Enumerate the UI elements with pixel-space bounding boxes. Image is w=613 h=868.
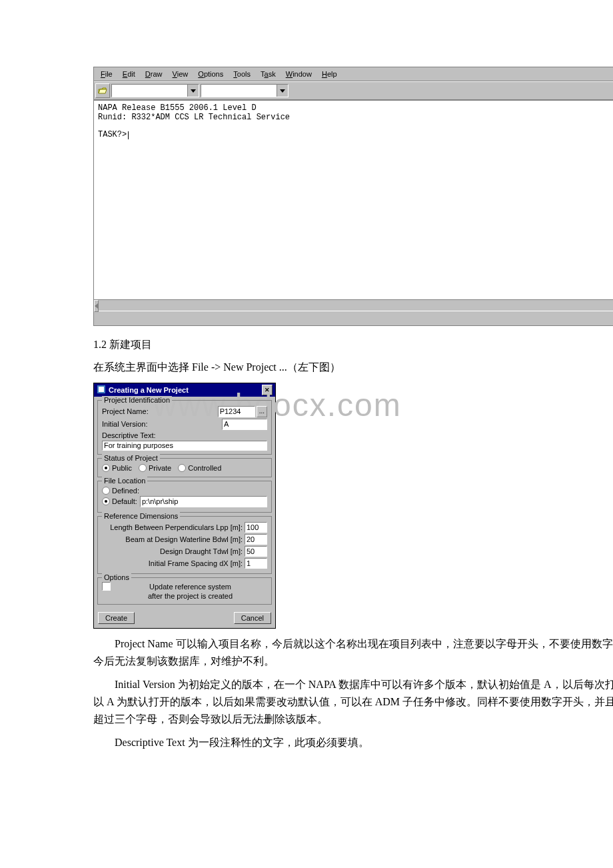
dialog-title: Creating a New Project [109, 386, 189, 394]
menu-window[interactable]: Window [282, 69, 316, 79]
group-options: Options Update reference system after th… [97, 577, 272, 605]
menu-task[interactable]: Task [257, 69, 280, 79]
initial-version-field[interactable] [222, 419, 267, 430]
chevron-down-icon[interactable] [277, 85, 288, 97]
group-title: Reference Dimensions [102, 512, 180, 520]
lpp-label: Length Between Perpendiculars Lpp [m]: [102, 523, 245, 531]
radio-default[interactable]: Default: [102, 497, 137, 505]
close-icon[interactable]: ✕ [262, 385, 273, 395]
browse-button[interactable]: ... [257, 406, 267, 417]
doc-text: Initial Version 为初始定义的版本，在一个 NAPA 数据库中可以… [93, 676, 613, 727]
bdwl-label: Beam at Design Waterline Bdwl [m]: [102, 535, 245, 543]
cancel-button[interactable]: Cancel [234, 612, 271, 624]
statusbar: TASK [94, 311, 613, 325]
group-title: File Location [102, 477, 147, 485]
menu-tools[interactable]: Tools [229, 69, 255, 79]
radio-private[interactable]: Private [139, 464, 171, 472]
initial-version-label: Initial Version: [102, 420, 222, 428]
open-button[interactable] [95, 83, 110, 98]
svg-rect-1 [99, 387, 104, 392]
lpp-field[interactable] [245, 522, 267, 533]
terminal-line: Runid: R332*ADM CCS LR Technical Service [98, 113, 613, 122]
create-button[interactable]: Create [98, 612, 135, 624]
horizontal-scrollbar[interactable] [94, 300, 613, 311]
doc-text: Project Name 可以输入项目名称，今后就以这个名称出现在项目列表中，注… [93, 635, 613, 669]
tdwl-label: Design Draught Tdwl [m]: [102, 547, 245, 555]
menu-edit[interactable]: Edit [119, 69, 139, 79]
group-title: Status of Project [102, 454, 160, 462]
terminal[interactable]: NAPA Release B1555 2006.1 Level D Runid:… [94, 100, 613, 299]
radio-controlled[interactable]: Controlled [178, 464, 221, 472]
dx-label: Initial Frame Spacing dX [m]: [102, 559, 245, 567]
dialog-titlebar: Creating a New Project ✕ [94, 383, 275, 397]
new-project-dialog: Creating a New Project ✕ Project Identif… [93, 383, 276, 629]
menu-file[interactable]: File [97, 69, 117, 79]
group-status: Status of Project Public Private Control… [97, 458, 272, 477]
group-identification: Project Identification Project Name: ...… [97, 400, 272, 455]
default-path-field[interactable] [140, 496, 267, 507]
folder-open-icon [98, 87, 107, 95]
chevron-down-icon[interactable] [187, 85, 199, 97]
descriptive-text-field[interactable] [102, 441, 267, 451]
group-dimensions: Reference Dimensions Length Between Perp… [97, 516, 272, 574]
app-icon [97, 385, 106, 395]
descriptive-text-label: Descriptive Text: [102, 431, 267, 439]
radio-public[interactable]: Public [102, 464, 132, 472]
doc-heading: 1.2 新建项目 [93, 338, 613, 352]
radio-defined[interactable]: Defined: [102, 487, 267, 495]
group-title: Project Identification [102, 396, 172, 404]
doc-text: Descriptive Text 为一段注释性的文字，此项必须要填。 [93, 734, 613, 751]
toolbar [94, 81, 613, 100]
menubar: File Edit Draw View Options Tools Task W… [94, 67, 613, 81]
combo-1[interactable] [111, 84, 199, 97]
menu-options[interactable]: Options [194, 69, 227, 79]
menu-draw[interactable]: Draw [141, 69, 167, 79]
group-location: File Location Defined: Default: [97, 481, 272, 513]
project-name-label: Project Name: [102, 407, 218, 415]
dx-field[interactable] [245, 558, 267, 569]
menu-view[interactable]: View [169, 69, 193, 79]
scroll-left-icon[interactable] [94, 300, 99, 312]
option-text: Update reference system after the projec… [113, 582, 267, 601]
tdwl-field[interactable] [245, 546, 267, 557]
update-ref-checkbox[interactable] [102, 582, 111, 591]
bdwl-field[interactable] [245, 534, 267, 545]
group-title: Options [102, 573, 131, 581]
doc-text: 在系统主界面中选择 File -> New Project ...（左下图） [93, 359, 613, 376]
menu-help[interactable]: Help [318, 69, 341, 79]
terminal-line: NAPA Release B1555 2006.1 Level D [98, 103, 613, 113]
combo-2[interactable] [201, 84, 289, 97]
napa-main-window: File Edit Draw View Options Tools Task W… [93, 67, 613, 326]
terminal-prompt: TASK?> [98, 130, 613, 139]
project-name-field[interactable] [218, 406, 255, 417]
